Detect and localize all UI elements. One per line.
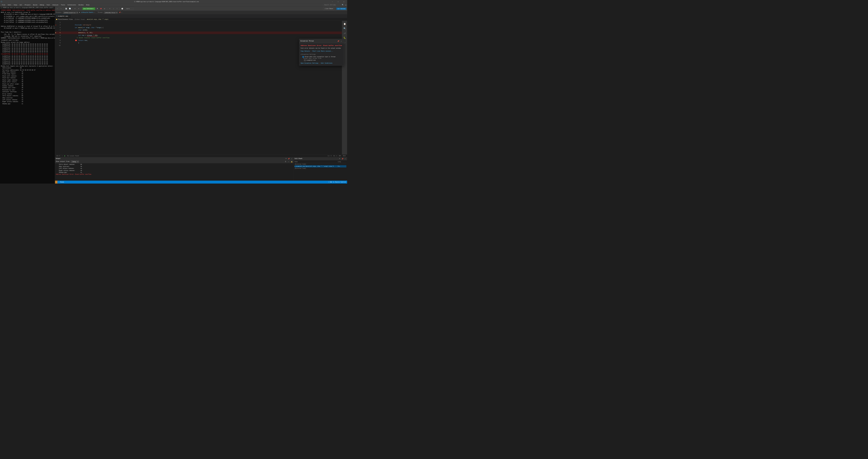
forward-btn[interactable]: →	[59, 7, 62, 10]
live-share-button[interactable]: ↗ Live Share	[323, 7, 334, 10]
sidebar-explorer-icon[interactable]: 📋	[342, 22, 347, 26]
spc-label: SPC	[339, 155, 341, 157]
cs-row-name: [External Code]	[294, 168, 338, 169]
cs-row-name: [External Code]	[294, 164, 338, 165]
breakpoints-btn[interactable]: ⬤	[121, 7, 124, 10]
sidebar-search-icon[interactable]: 🔍	[342, 27, 347, 31]
menu-window[interactable]: Window	[78, 4, 85, 6]
except-from-item: example1.exe	[301, 59, 342, 61]
close-dialog-btn[interactable]: ✕	[340, 40, 343, 42]
term-line: (longjmp, SEH and C++ exceptions *are* s…	[1, 35, 54, 37]
line-number-2: 2	[57, 24, 62, 27]
menu-view[interactable]: View	[12, 4, 18, 6]
break-when-checkbox[interactable]	[302, 56, 304, 58]
line-number-3: 3	[57, 27, 62, 29]
menu-build[interactable]: Build	[32, 4, 38, 6]
ln-label: Ln: 5	[328, 155, 332, 157]
tab-example1cpp[interactable]: C example1.cpp ✕	[55, 14, 71, 18]
search-box[interactable]: Search (Ctrl+Q) 🔍	[323, 4, 345, 6]
menu-git[interactable]: Git	[19, 4, 23, 6]
menu-project[interactable]: Project	[24, 4, 32, 6]
save-btn[interactable]: 💾	[65, 7, 68, 10]
open-exception-settings-link[interactable]: Open Exception Settings	[301, 63, 318, 64]
sidebar-git-icon[interactable]: ⎇	[342, 31, 347, 35]
pin-dialog-btn[interactable]: 📌	[337, 40, 340, 42]
thread-icons: 📌 ▾	[119, 12, 122, 13]
exception-settings-toggle[interactable]: ▼ Exception Settings	[301, 54, 342, 55]
maximize-btn[interactable]: □	[336, 0, 341, 3]
cs-pin-btn[interactable]: 📌	[341, 157, 343, 160]
int-preview-button[interactable]: INT PREVIEW	[337, 8, 346, 10]
line-number-10: 10	[57, 44, 62, 47]
link-sep: |	[311, 51, 312, 52]
undo-btn[interactable]: ↩	[73, 7, 76, 10]
output-wrap-btn[interactable]: ↩	[287, 161, 290, 163]
title-text: C:\MSDN\cpp-docs-pr\docs\c-language\ASAN…	[3, 1, 330, 3]
process-select[interactable]: [23696] example1.exe	[63, 11, 78, 13]
start-live-share-link[interactable]: Start Live Share session...	[312, 51, 333, 52]
back-btn[interactable]: ←	[56, 7, 59, 10]
debug-arrow-icon: ▶	[55, 32, 56, 34]
term-line: Global redzone: f9	[1, 85, 54, 87]
action-sep: |	[319, 63, 320, 64]
output-clear-btn[interactable]: 🗑	[284, 161, 287, 163]
callstack-row[interactable]: [External Code]	[294, 167, 346, 170]
callstack-row[interactable]: [External Code]	[294, 163, 346, 165]
cs-filter-btn[interactable]: ▼	[338, 157, 341, 160]
output-filter-select[interactable]: Debug Build ASan	[71, 161, 79, 163]
menu-tools[interactable]: Tools	[60, 4, 66, 6]
thread-select[interactable]: [2604] Main Thread	[104, 11, 118, 13]
stop-btn[interactable]: ⏹	[99, 7, 102, 10]
tab-label: example1.cpp	[58, 15, 68, 17]
cs-row-lang	[338, 164, 346, 165]
step-into-btn[interactable]: ↓	[112, 7, 115, 10]
lifecycle-label[interactable]: Lifecycle Events	[81, 12, 93, 13]
term-line: 0x300f5fa0: 00 00 00 00 00 00 00 00 00 0…	[1, 55, 54, 57]
tab-close-icon[interactable]: ✕	[68, 15, 69, 17]
lifecycle-icon: ⏺	[79, 12, 80, 13]
pause-btn[interactable]: ⏸	[96, 7, 99, 10]
menu-help[interactable]: Help	[85, 4, 90, 6]
settings-icon[interactable]: ⚙	[345, 4, 346, 6]
edit-conditions-link[interactable]: Edit Conditions	[321, 63, 332, 64]
menu-debug[interactable]: Debug	[39, 4, 45, 6]
search-placeholder: Search (Ctrl+Q)	[324, 4, 336, 6]
zoom-input[interactable]	[125, 8, 134, 10]
callstack-row-active[interactable]: ▶ example1.exe!main(int argc, char * * a…	[294, 165, 346, 167]
cs-active-indicator: ▶ example1.exe!main(int argc, char * * a…	[294, 166, 338, 167]
continue-button[interactable]: ▶ ▶ Continue ▾	[82, 7, 95, 10]
output-close-btn[interactable]: ✕	[290, 157, 293, 160]
menu-extensions[interactable]: Extensions	[67, 4, 77, 6]
output-filter-btn[interactable]: ▼	[285, 157, 287, 160]
step-out-btn[interactable]: ↑	[116, 7, 118, 10]
term-line: Address 0x007afcb2 is located in stack o…	[1, 25, 54, 27]
callstack-content: Name Lang [External Code] ▶ example1.exe…	[294, 160, 347, 181]
output-panel-title: Output	[56, 158, 60, 160]
menu-edit[interactable]: Edit	[7, 4, 12, 6]
minimize-btn[interactable]: ─	[330, 0, 335, 3]
redo-btn[interactable]: ↪	[77, 7, 80, 10]
callstack-panel-titlebar: Call Stack ▼ 📌 ✕	[294, 157, 347, 160]
menu-test[interactable]: Test	[45, 4, 51, 6]
copy-details-link[interactable]: Copy Details	[301, 51, 310, 52]
close-btn[interactable]: ✕	[341, 0, 346, 3]
status-bar: ⚡ ⚡ Ready ⬆ Add to Source Control	[55, 181, 347, 184]
window-controls: ─ □ ✕	[330, 0, 346, 3]
menu-analyze[interactable]: Analyze	[51, 4, 59, 6]
menu-file[interactable]: File	[1, 4, 6, 6]
callstack-controls: ▼ 📌 ✕	[338, 157, 346, 160]
add-source-label[interactable]: ⬆ Add to Source Control	[328, 182, 346, 183]
except-from-checkbox[interactable]	[304, 60, 306, 61]
step-over-btn[interactable]: ↷	[108, 7, 111, 10]
line-number-9: 9	[57, 42, 62, 44]
output-pin-btn[interactable]: 📌	[288, 157, 290, 160]
output-lock-btn[interactable]: 🔒	[290, 161, 293, 163]
restart-btn[interactable]: ↺	[103, 7, 106, 10]
settings-arrow-icon: ▼	[301, 54, 301, 55]
code-line-2: ● 2 int main(int argc, char **argv) {	[55, 24, 342, 27]
ready-label: ⚡ Ready	[59, 182, 64, 183]
cs-close-btn[interactable]: ✕	[344, 157, 346, 160]
new-file-btn[interactable]: 📄	[68, 7, 71, 10]
term-line: 0x300f5f60: 00 00 00 00 00 00 00 00 00 0…	[1, 47, 54, 49]
term-line: Partially addressable: 01 02 03 04 05 06…	[1, 69, 54, 71]
